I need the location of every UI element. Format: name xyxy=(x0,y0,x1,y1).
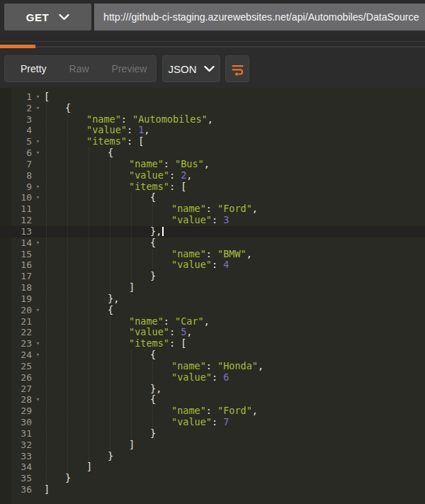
code-line: 14▾{ xyxy=(0,237,425,249)
code-line: 23▾"items": [ xyxy=(0,338,425,349)
code-line-content: { xyxy=(44,394,425,405)
code-line-content: } xyxy=(44,271,425,282)
line-number: 21 xyxy=(0,316,32,327)
code-line-content: "value": 5, xyxy=(44,327,425,338)
word-wrap-toggle-button[interactable] xyxy=(225,55,249,82)
code-line-content: { xyxy=(44,305,425,316)
line-number: 27 xyxy=(0,383,32,395)
code-line-content: { xyxy=(44,349,425,361)
tab-pretty[interactable]: Pretty xyxy=(5,63,58,74)
code-line-content: "value": 3 xyxy=(44,215,425,226)
fold-gutter-spacer xyxy=(32,282,44,293)
format-label: JSON xyxy=(168,63,196,75)
fold-arrow-icon[interactable]: ▾ xyxy=(32,147,44,159)
line-number: 12 xyxy=(0,215,32,226)
fold-gutter-spacer xyxy=(32,484,44,495)
code-line: 8"value": 2, xyxy=(0,170,425,181)
code-line: 18] xyxy=(0,282,425,293)
code-line: 2▾{ xyxy=(0,103,425,114)
code-line: 29"name": "Ford", xyxy=(0,405,425,417)
line-number: 32 xyxy=(0,439,32,451)
code-line: 22"value": 5, xyxy=(0,327,425,338)
request-bar: GET xyxy=(0,0,425,34)
line-number: 15 xyxy=(0,249,32,260)
fold-arrow-icon[interactable]: ▾ xyxy=(32,136,44,147)
code-line-content: }, xyxy=(44,293,425,305)
code-lines: 1▾[2▾{3"name": "Automobiles",4"value": 1… xyxy=(0,91,425,495)
fold-gutter-spacer xyxy=(32,428,44,439)
fold-arrow-icon[interactable]: ▾ xyxy=(32,305,44,316)
line-number: 14 xyxy=(0,237,32,249)
fold-gutter-spacer xyxy=(32,417,44,428)
url-input[interactable] xyxy=(94,4,425,30)
format-dropdown[interactable]: JSON xyxy=(162,55,220,82)
line-number: 31 xyxy=(0,428,32,439)
code-line-content: "name": "Honda", xyxy=(44,361,425,372)
code-line: 36] xyxy=(0,484,425,495)
fold-gutter-spacer xyxy=(32,259,44,271)
fold-arrow-icon[interactable]: ▾ xyxy=(32,237,44,249)
code-line: 25"name": "Honda", xyxy=(0,361,425,372)
fold-arrow-icon[interactable]: ▾ xyxy=(32,181,44,193)
code-line: 11"name": "Ford", xyxy=(0,203,425,215)
fold-gutter-spacer xyxy=(32,405,44,417)
code-line: 28▾{ xyxy=(0,394,425,405)
fold-gutter-spacer xyxy=(32,316,44,327)
code-line-content: }, xyxy=(44,383,425,395)
code-line: 33} xyxy=(0,451,425,462)
code-line-content: { xyxy=(44,103,425,114)
line-number: 9 xyxy=(0,181,32,193)
code-line: 21"name": "Car", xyxy=(0,316,425,327)
code-line-content: ] xyxy=(44,282,425,293)
code-line-content: "value": 6 xyxy=(44,372,425,383)
code-line-content: "items": [ xyxy=(44,338,425,349)
fold-gutter-spacer xyxy=(32,473,44,484)
code-line: 6▾{ xyxy=(0,147,425,159)
line-number: 34 xyxy=(0,461,32,473)
tab-raw[interactable]: Raw xyxy=(58,63,101,74)
fold-arrow-icon[interactable]: ▾ xyxy=(32,192,44,203)
line-number: 18 xyxy=(0,282,32,293)
fold-gutter-spacer xyxy=(32,159,44,170)
method-dropdown[interactable]: GET xyxy=(4,4,91,30)
code-line: 32] xyxy=(0,439,425,451)
panel-divider-line xyxy=(0,41,425,42)
code-line: 16"value": 4 xyxy=(0,259,425,271)
code-line-content: "value": 7 xyxy=(44,417,425,428)
line-number: 22 xyxy=(0,327,32,338)
fold-arrow-icon[interactable]: ▾ xyxy=(32,338,44,349)
code-line-content: ] xyxy=(44,461,425,473)
code-line-content: "name": "Automobiles", xyxy=(44,114,425,125)
code-line-content: { xyxy=(44,237,425,249)
code-line: 9▾"items": [ xyxy=(0,181,425,193)
line-number: 11 xyxy=(0,203,32,215)
chevron-down-icon xyxy=(204,66,215,72)
fold-gutter-spacer xyxy=(32,203,44,215)
fold-gutter-spacer xyxy=(32,327,44,338)
line-number: 10 xyxy=(0,192,32,203)
fold-arrow-icon[interactable]: ▾ xyxy=(32,103,44,114)
fold-arrow-icon[interactable]: ▾ xyxy=(32,394,44,405)
tab-preview[interactable]: Preview xyxy=(101,63,159,74)
response-body-editor[interactable]: 1▾[2▾{3"name": "Automobiles",4"value": 1… xyxy=(0,88,425,504)
code-line: 27}, xyxy=(0,383,425,395)
chevron-down-icon xyxy=(59,14,69,21)
fold-gutter-spacer xyxy=(32,271,44,282)
line-number: 35 xyxy=(0,473,32,484)
code-line-content: ] xyxy=(44,484,425,495)
code-line-content: "name": "Bus", xyxy=(44,159,425,170)
line-number: 5 xyxy=(0,136,32,147)
code-line: 12"value": 3 xyxy=(0,215,425,226)
line-number: 19 xyxy=(0,293,32,305)
code-line: 4"value": 1, xyxy=(0,125,425,136)
line-number: 24 xyxy=(0,349,32,361)
code-line-content: "name": "BMW", xyxy=(44,249,425,260)
line-number: 7 xyxy=(0,159,32,170)
line-number: 29 xyxy=(0,405,32,417)
code-line-content: ] xyxy=(44,439,425,451)
fold-arrow-icon[interactable]: ▾ xyxy=(32,91,44,103)
line-number: 20 xyxy=(0,305,32,316)
code-line: 24▾{ xyxy=(0,349,425,361)
fold-arrow-icon[interactable]: ▾ xyxy=(32,349,44,361)
line-number: 26 xyxy=(0,372,32,383)
